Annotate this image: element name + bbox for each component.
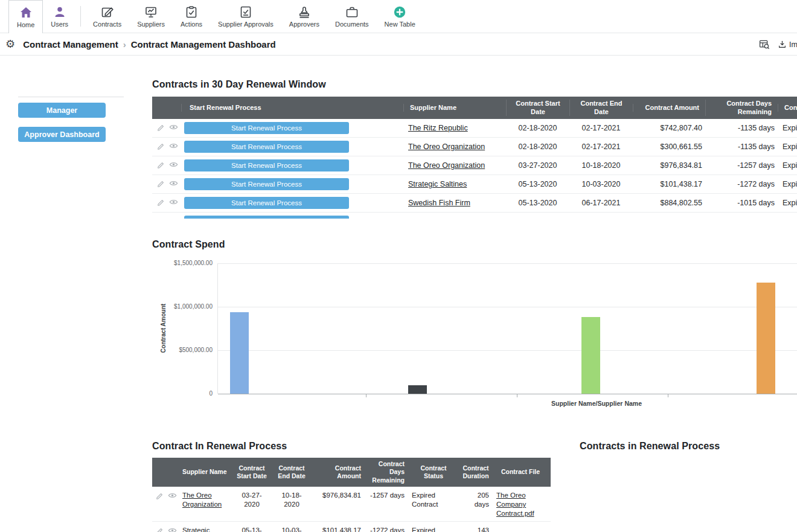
breadcrumb-root[interactable]: Contract Management: [23, 39, 118, 50]
approver-dashboard-button[interactable]: Approver Dashboard: [18, 127, 106, 142]
view-eye-icon[interactable]: [169, 199, 178, 208]
import-icon: [778, 39, 787, 50]
renewal-window-row: Start Renewal ProcessThe Oreo Organizati…: [152, 156, 797, 175]
y-tick-label: $1,500,000.00: [152, 260, 213, 266]
suppliers-icon: [144, 5, 158, 19]
tab-users-label: Users: [51, 21, 68, 28]
gridline: [218, 350, 797, 351]
view-eye-icon[interactable]: [169, 124, 178, 133]
tab-new-table[interactable]: New Table: [377, 0, 423, 33]
gridline: [218, 307, 797, 307]
contract-start-date-cell: 05-13-2020: [506, 199, 569, 207]
top-navigation: Home Users Contracts Suppliers Actions S…: [0, 0, 797, 33]
edit-pencil-icon[interactable]: [157, 161, 166, 170]
contract-days-remaining-cell: -1272 days: [365, 522, 408, 532]
start-renewal-cell: Start Renewal Process: [181, 178, 403, 190]
start-renewal-cell: Start Renewal Process: [181, 122, 403, 134]
renewal-process-table-body: The Oreo Organization03-27-202010-18-202…: [152, 487, 551, 532]
start-renewal-process-button[interactable]: Start Renewal Process: [184, 141, 349, 153]
tab-contracts[interactable]: Contracts: [85, 0, 129, 33]
supplier-link[interactable]: The Oreo Organization: [182, 492, 222, 508]
view-eye-icon[interactable]: [169, 180, 178, 189]
start-renewal-process-button[interactable]: Start Renewal Process: [184, 216, 349, 219]
gridline: [218, 263, 797, 264]
view-eye-icon[interactable]: [169, 161, 178, 170]
supplier-link[interactable]: The Oreo Organization: [408, 143, 485, 151]
supplier-link[interactable]: Strategic Saltines: [408, 180, 467, 188]
start-renewal-process-button[interactable]: Start Renewal Process: [184, 197, 349, 209]
start-renewal-process-button[interactable]: Start Renewal Process: [184, 159, 349, 171]
tab-approvers-label: Approvers: [289, 21, 319, 28]
tab-actions[interactable]: Actions: [173, 0, 210, 33]
edit-pencil-icon[interactable]: [157, 180, 166, 189]
x-axis-tick: [668, 394, 668, 397]
contract-amount-cell: $976,834.81: [312, 487, 365, 503]
edit-pencil-icon[interactable]: [156, 492, 165, 501]
header-start-renewal: Start Renewal Process: [181, 104, 403, 112]
contract-end-date-cell: 10-18-2020: [272, 487, 312, 512]
tab-suppliers[interactable]: Suppliers: [129, 0, 173, 33]
tab-supplier-approvals[interactable]: Supplier Approvals: [210, 0, 281, 33]
contract-status-cell: Expired Contract: [408, 487, 459, 512]
supplier-link[interactable]: Sour Patch Co.: [408, 217, 459, 219]
contract-file-link[interactable]: The Oreo Company Contract.pdf: [496, 492, 534, 517]
x-axis-label: Supplier Name/Supplier Name: [488, 400, 705, 407]
view-eye-icon[interactable]: [169, 217, 178, 219]
edit-pencil-icon[interactable]: [157, 217, 166, 219]
contract-days-remaining-cell: -1135 days: [705, 143, 778, 151]
start-renewal-process-button[interactable]: Start Renewal Process: [184, 178, 349, 190]
actions-icon: [184, 5, 199, 19]
start-renewal-process-button[interactable]: Start Renewal Process: [184, 122, 349, 134]
contract-status-cell: Expired Contract: [778, 161, 797, 170]
edit-pencil-icon[interactable]: [156, 527, 165, 532]
supplier-name-cell: Strategic Saltines: [179, 522, 232, 532]
renewal-process-row: Strategic Saltines05-13-202010-03-2020$1…: [152, 522, 551, 532]
tab-documents-label: Documents: [335, 21, 369, 28]
contract-file-cell: The Oreo Company Contract.pdf: [493, 487, 548, 521]
contract-status-cell: Expired Contract: [778, 143, 797, 151]
edit-pencil-icon[interactable]: [157, 199, 166, 208]
supplier-name-cell: The Ritz Republic: [403, 124, 506, 132]
tab-actions-label: Actions: [181, 21, 202, 28]
contract-status-cell: Expired Contract: [778, 199, 797, 207]
import-button[interactable]: Import: [778, 39, 797, 50]
view-eye-icon[interactable]: [169, 143, 178, 152]
supplier-name-cell: The Oreo Organization: [403, 143, 506, 151]
contract-start-date-cell: 03-27-2020: [232, 487, 272, 512]
header-supplier-name: Supplier Name: [179, 468, 232, 476]
breadcrumb-actions: Import: [758, 33, 797, 56]
bar: [408, 385, 427, 394]
tab-documents[interactable]: Documents: [327, 0, 377, 33]
row-actions: [152, 143, 181, 152]
header-contract-end-date: Contract End Date: [272, 464, 312, 480]
contract-start-date-cell: 02-18-2020: [506, 143, 569, 151]
tab-approvers[interactable]: Approvers: [281, 0, 327, 33]
renewal-window-title: Contracts in 30 Day Renewal Window: [152, 79, 326, 90]
header-contract-start-date: Contract Start Date: [232, 464, 272, 480]
contract-amount-cell: $884,802.55: [633, 199, 705, 207]
settings-gear-icon[interactable]: ⚙: [5, 39, 15, 50]
supplier-link[interactable]: Swedish Fish Firm: [408, 199, 470, 207]
supplier-name-cell: Swedish Fish Firm: [403, 199, 506, 207]
supplier-link[interactable]: The Oreo Organization: [408, 161, 485, 170]
edit-pencil-icon[interactable]: [157, 143, 166, 152]
view-eye-icon[interactable]: [168, 492, 177, 501]
start-renewal-cell: Start Renewal Process: [181, 216, 403, 219]
y-tick-label: 0: [152, 390, 213, 397]
contract-start-date-cell: 07-18-2020: [506, 217, 569, 219]
contract-end-date-cell: 02-17-2021: [569, 124, 633, 132]
edit-pencil-icon[interactable]: [157, 124, 166, 133]
bar: [230, 312, 249, 394]
header-contract-amount: Contract Amount: [633, 104, 705, 112]
view-eye-icon[interactable]: [168, 527, 177, 532]
table-search-icon[interactable]: [758, 39, 770, 50]
contract-start-date-cell: 03-27-2020: [506, 161, 569, 170]
supplier-link[interactable]: Strategic Saltines: [182, 527, 210, 532]
contract-duration-cell: 205 days: [459, 487, 493, 512]
manager-button[interactable]: Manager: [18, 103, 106, 118]
home-icon: [19, 5, 33, 20]
tab-users[interactable]: Users: [43, 0, 76, 33]
contract-status-cell: Expired Contract: [408, 522, 459, 532]
supplier-link[interactable]: The Ritz Republic: [408, 124, 468, 132]
tab-home[interactable]: Home: [8, 0, 43, 33]
